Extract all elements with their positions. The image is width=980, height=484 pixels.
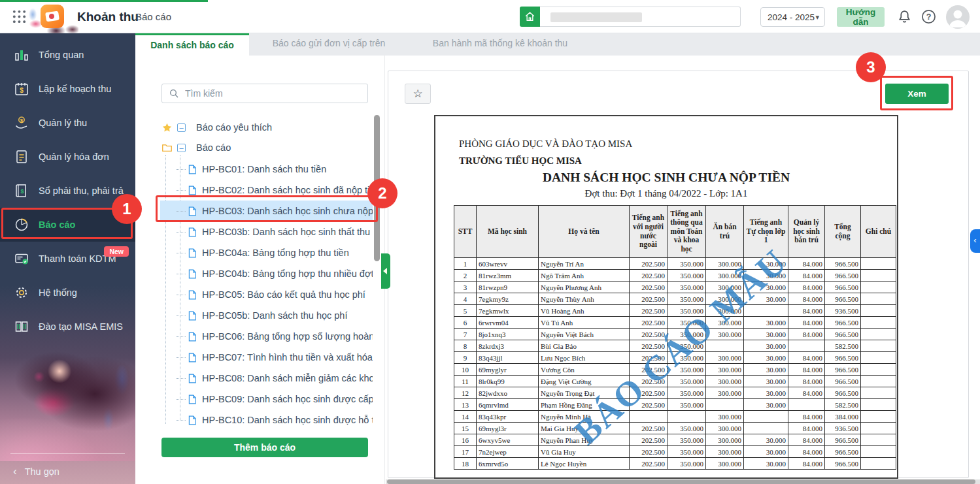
open-book-icon (13, 319, 30, 334)
cell-student-name: Lê Ngọc Huyền (539, 458, 630, 470)
cell-total: 966.500 (825, 364, 861, 376)
cell-stt: 15 (454, 423, 477, 434)
cell-fee-2: 350.000 (667, 293, 706, 305)
app-grid-icon[interactable] (12, 9, 27, 24)
new-badge: New (104, 246, 129, 257)
cell-note (861, 305, 896, 317)
file-icon (188, 311, 197, 321)
help-icon[interactable]: ? (921, 8, 937, 25)
tab-danh-sach-bao-cao[interactable]: Danh sách báo cáo (135, 33, 249, 56)
sidebar-item-he-thong[interactable]: Hệ thống (0, 276, 135, 310)
sidebar-item-tong-quan[interactable]: Tổng quan (0, 38, 135, 72)
cell-fee-4 (744, 305, 788, 317)
report-name: HP-BC05b: Danh sách thu học phí (202, 310, 347, 321)
list-scrollbar-thumb[interactable] (374, 115, 380, 261)
report-tree-item[interactable]: HP-BC04b: Bảng tổng hợp thu nhiều đợt/..… (160, 263, 373, 284)
cell-fee-4: 30.000 (744, 317, 788, 329)
tree-node-label: Báo cáo yêu thích (196, 122, 272, 133)
cell-student-name: Bùi Gia Bảo (539, 340, 630, 352)
collapse-node-icon[interactable]: – (177, 123, 186, 132)
cell-fee-4: 30.000 (744, 434, 788, 446)
cell-fee-5: 84.000 (788, 352, 825, 364)
file-icon (188, 290, 197, 300)
user-avatar[interactable] (946, 5, 970, 29)
cell-student-code: 83q43kpr (477, 411, 539, 423)
search-input[interactable] (185, 88, 348, 99)
report-table-row: 13 6qmrvlmd Phạm Hồng Đăng 202.500 350.0… (454, 399, 896, 411)
sidebar-item-bao-cao[interactable]: Báo cáo (0, 208, 135, 242)
cell-fee-5: 84.000 (788, 458, 825, 470)
tab-ban-hanh-ma-thong-ke[interactable]: Ban hành mã thống kê khoản thu (409, 33, 592, 56)
tab-bao-cao-gui-don-vi-cap-tren[interactable]: Báo cáo gửi đơn vị cấp trên (249, 33, 409, 56)
notification-bell-icon[interactable] (896, 8, 913, 25)
cell-fee-3: 300.000 (706, 411, 744, 423)
cell-fee-4 (744, 411, 788, 423)
sidebar-item-dao-tao-misa-emis[interactable]: Đào tạo MISA EMIS (0, 310, 135, 344)
cell-fee-2: 350.000 (667, 399, 706, 411)
report-tree-item[interactable]: HP-BC03: Danh sách học sinh chưa nộp/n..… (160, 201, 373, 221)
cell-fee-1: 202.500 (630, 387, 667, 399)
cell-total: 966.500 (825, 317, 861, 329)
sidebar-item-thanh-toan-kdtm[interactable]: Thanh toán KDTM New (0, 242, 135, 276)
cell-fee-2: 350.000 (667, 305, 706, 317)
horizontal-scrollbar-track (386, 479, 980, 484)
file-icon (188, 165, 197, 174)
report-tree-item[interactable]: HP-BC01: Danh sách thu tiền (160, 159, 373, 180)
cell-fee-2: 350.000 (667, 317, 706, 329)
cell-fee-5: 84.000 (788, 317, 825, 329)
report-tree-item[interactable]: HP-BC05b: Danh sách thu học phí (160, 305, 373, 326)
report-tree-item[interactable]: HP-BC09: Danh sách học sinh được cấp bù … (160, 389, 373, 410)
report-name: HP-BC01: Danh sách thu tiền (202, 164, 326, 174)
report-tree-item[interactable]: HP-BC06: Bảng tổng hợp số lượng hoàn trả… (160, 326, 373, 347)
report-name: HP-BC03b: Danh sách học sinh thất thu (202, 227, 370, 237)
cell-note (861, 411, 896, 423)
cell-fee-3: 300.000 (706, 376, 744, 387)
collapse-sidebar-button[interactable]: ‹ Thu gọn (13, 459, 59, 484)
report-tree-item[interactable]: HP-BC07: Tình hình thu tiền và xuất hóa … (160, 347, 373, 368)
cell-fee-3: 300.000 (706, 458, 744, 470)
add-report-button[interactable]: Thêm báo cáo (161, 438, 368, 457)
sidebar-item-label: Hệ thống (39, 287, 77, 298)
report-tree-item[interactable]: HP-BC02: Danh sách học sinh đã nộp tiền (160, 180, 373, 201)
org-line-2: TRƯỜNG TIỂU HỌC MISA (459, 155, 897, 167)
top-nav-bao-cao[interactable]: Báo cáo (135, 0, 171, 33)
cell-total: 966.500 (825, 270, 861, 282)
cell-student-name: Nguyễn Việt Bách (539, 329, 630, 340)
cell-total: 966.500 (825, 434, 861, 446)
cell-student-code: 6qmrvlmd (477, 399, 539, 411)
unit-search-input[interactable] (540, 7, 741, 27)
svg-text:$: $ (20, 87, 24, 94)
report-tree-item[interactable]: HP-BC08: Danh sách miễn giảm các khoả... (160, 368, 373, 389)
report-tree-item[interactable]: HP-BC04a: Bảng tổng hợp thu tiền (160, 242, 373, 263)
sidebar-item-lap-ke-hoach-thu[interactable]: $ Lập kế hoạch thu (0, 72, 135, 106)
horizontal-scrollbar-thumb[interactable] (387, 479, 975, 484)
school-year-select[interactable]: 2024 - 2025 ▾ (760, 7, 825, 27)
cell-fee-5: 84.000 (788, 387, 825, 399)
cell-fee-3 (706, 399, 744, 411)
cell-fee-1: 202.500 (630, 282, 667, 293)
report-tree-item[interactable]: HP-BC10: Danh sách học sinh được hỗ trợ … (160, 410, 373, 430)
expand-right-panel-handle[interactable]: ‹ (970, 229, 980, 253)
cell-student-name: Ngô Trâm Anh (539, 270, 630, 282)
file-icon (188, 415, 197, 425)
favorite-toggle-button[interactable]: ☆ (405, 84, 431, 104)
report-tree-item[interactable]: HP-BC05: Báo cáo kết quả thu học phí (160, 284, 373, 305)
sidebar-item-quan-ly-thu[interactable]: $ Quản lý thu (0, 106, 135, 140)
tree-node-reports[interactable]: – Báo cáo (161, 138, 231, 157)
invoice-icon (13, 149, 30, 165)
report-name: HP-BC04a: Bảng tổng hợp thu tiền (202, 248, 349, 258)
col-header: Tiếng anh với người nước ngoài (630, 206, 667, 258)
bar-chart-icon (13, 47, 30, 63)
tree-node-favorites[interactable]: – Báo cáo yêu thích (161, 118, 272, 137)
collapse-node-icon[interactable]: – (177, 144, 186, 152)
cell-fee-1: 202.500 (630, 376, 667, 387)
view-report-button[interactable]: Xem (885, 84, 949, 104)
folder-icon (161, 142, 173, 153)
collapse-list-panel-handle[interactable] (381, 253, 390, 289)
home-button[interactable] (520, 7, 540, 27)
report-tree-item[interactable]: HP-BC03b: Danh sách học sinh thất thu (160, 221, 373, 242)
sidebar-item-quan-ly-hoa-don[interactable]: Quản lý hóa đơn (0, 140, 135, 174)
guide-button[interactable]: Hướng dẫn (837, 7, 885, 27)
sidebar-item-so-phai-thu-phai-tra[interactable]: $ Sổ phải thu, phải trả (0, 174, 135, 208)
cell-fee-5: 84.000 (788, 434, 825, 446)
